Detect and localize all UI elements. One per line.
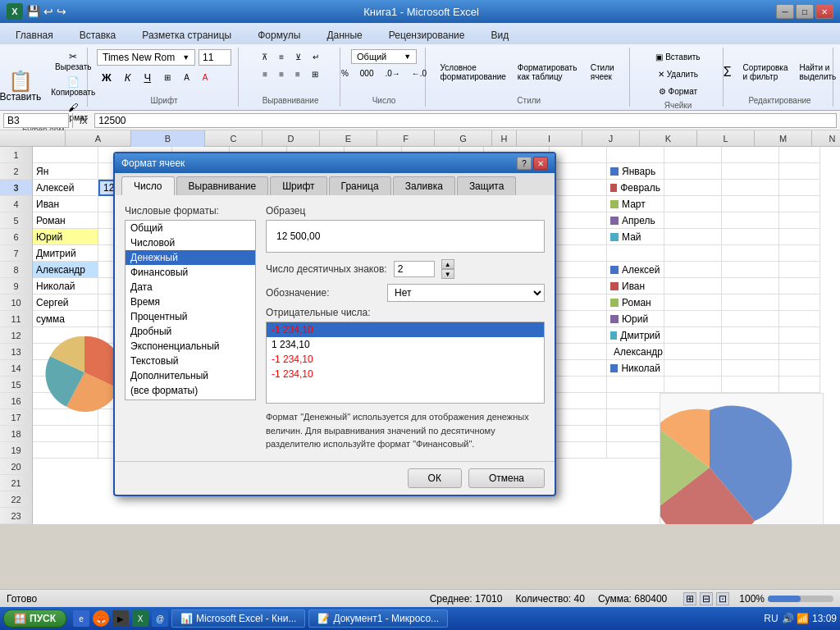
sum-button[interactable]: Σ [719, 62, 737, 83]
bold-button[interactable]: Ж [97, 68, 116, 87]
neg-item-2[interactable]: 1 234,10 [267, 337, 544, 352]
cell-m4[interactable] [722, 196, 779, 212]
cell-n4[interactable] [779, 196, 820, 212]
cell-j6[interactable] [550, 229, 607, 245]
col-header-k[interactable]: K [640, 130, 697, 147]
cell-j1[interactable] [550, 147, 607, 163]
format-exponential[interactable]: Экспоненциальный [126, 339, 255, 354]
format-time[interactable]: Время [126, 294, 255, 309]
decimals-down-button[interactable]: ▼ [441, 269, 454, 279]
cell-k10[interactable]: Роман [607, 294, 664, 311]
col-header-b[interactable]: B [131, 130, 205, 147]
format-list[interactable]: Общий Числовой Денежный Финансовый Дата … [125, 220, 256, 400]
format-text[interactable]: Текстовый [126, 354, 255, 368]
underline-button[interactable]: Ч [139, 68, 156, 87]
cell-l10[interactable] [664, 294, 722, 311]
format-all[interactable]: (все форматы) [126, 383, 255, 398]
cell-n10[interactable] [779, 294, 820, 311]
cell-n7[interactable] [779, 245, 820, 262]
font-size-selector[interactable]: 11 [199, 49, 231, 66]
cell-j7[interactable] [550, 245, 607, 262]
zoom-bar[interactable] [768, 596, 833, 602]
start-button[interactable]: 🪟 ПУСК [3, 609, 66, 628]
dialog-help-button[interactable]: ? [517, 157, 532, 170]
cell-styles-button[interactable]: Стили ячеек [586, 60, 623, 84]
col-header-g[interactable]: G [435, 130, 492, 147]
format-currency[interactable]: Денежный [126, 250, 255, 265]
cell-j14[interactable] [550, 360, 607, 377]
outlook-icon[interactable]: @ [152, 610, 168, 627]
cell-a9[interactable]: Николай [33, 278, 98, 294]
increase-decimal-button[interactable]: .0→ [381, 66, 405, 81]
cell-l2[interactable] [664, 163, 722, 180]
align-right-button[interactable]: ≡ [290, 66, 305, 82]
cell-l7[interactable] [664, 245, 722, 262]
align-top-button[interactable]: ⊼ [257, 49, 272, 65]
cell-m5[interactable] [722, 212, 779, 229]
designation-select[interactable]: Нет [387, 284, 545, 302]
align-bottom-button[interactable]: ⊻ [290, 49, 306, 65]
minimize-button[interactable]: ─ [776, 4, 794, 19]
cell-n3[interactable] [779, 180, 820, 196]
fill-color-button[interactable]: A [179, 70, 194, 85]
cell-l11[interactable] [664, 311, 722, 327]
conditional-format-button[interactable]: Условное форматирование [436, 60, 511, 84]
insert-button[interactable]: ▣ Вставить [651, 49, 705, 65]
cell-m11[interactable] [722, 311, 779, 327]
dialog-tab-fill[interactable]: Заливка [393, 176, 455, 195]
app-icon[interactable]: ▶ [112, 610, 129, 627]
align-middle-button[interactable]: ≡ [274, 49, 289, 65]
format-additional[interactable]: Дополнительный [126, 368, 255, 383]
cell-l3[interactable] [664, 180, 722, 196]
format-cells-dialog[interactable]: Формат ячеек ? ✕ Число Выравнивание Шриф… [113, 152, 556, 496]
cell-m2[interactable] [722, 163, 779, 180]
format-percent[interactable]: Процентный [126, 309, 255, 324]
cell-k9[interactable]: Иван [607, 278, 664, 294]
cell-j5[interactable] [550, 212, 607, 229]
tab-dannye[interactable]: Данные [314, 25, 374, 44]
cell-m13[interactable] [722, 344, 779, 360]
cell-n14[interactable] [779, 360, 820, 377]
close-button[interactable]: ✕ [815, 4, 833, 19]
format-general[interactable]: Общий [126, 221, 255, 235]
fill-button[interactable]: Сортировкаи фильтр [738, 60, 793, 84]
paste-button[interactable]: 📋 Вставить [0, 68, 46, 106]
decimals-up-button[interactable]: ▲ [441, 259, 454, 269]
cell-a11[interactable]: сумма [33, 311, 98, 327]
cell-j4[interactable] [550, 196, 607, 212]
cell-j12[interactable] [550, 327, 607, 344]
cell-j10[interactable] [550, 294, 607, 311]
cell-j13[interactable] [550, 344, 607, 360]
col-header-m[interactable]: M [755, 130, 812, 147]
cell-k2[interactable]: Январь [607, 163, 664, 180]
dialog-tab-protection[interactable]: Защита [457, 176, 517, 195]
neg-item-4[interactable]: -1 234,10 [267, 367, 544, 381]
cell-m7[interactable] [722, 245, 779, 262]
cell-k8[interactable]: Алексей [607, 262, 664, 278]
format-as-table-button[interactable]: Форматировать как таблицу [513, 60, 584, 84]
cell-m12[interactable] [722, 327, 779, 344]
page-layout-button[interactable]: ⊟ [700, 592, 713, 605]
cell-j9[interactable] [550, 278, 607, 294]
dialog-tab-number[interactable]: Число [121, 176, 175, 195]
cell-k14[interactable]: Николай [607, 360, 664, 377]
cell-l8[interactable] [664, 262, 722, 278]
wrap-text-button[interactable]: ↵ [308, 49, 324, 65]
taskbar-app-excel[interactable]: 📊 Microsoft Excel - Кни... [171, 609, 305, 628]
tab-glavnaya[interactable]: Главная [3, 25, 66, 44]
format-fraction[interactable]: Дробный [126, 324, 255, 339]
cell-m8[interactable] [722, 262, 779, 278]
cell-n8[interactable] [779, 262, 820, 278]
dialog-tab-font[interactable]: Шрифт [270, 176, 326, 195]
tab-recenzirovanie[interactable]: Рецензирование [377, 25, 477, 44]
cell-a6[interactable]: Юрий [33, 229, 98, 245]
col-header-n[interactable]: N [812, 130, 840, 147]
dialog-close-button[interactable]: ✕ [533, 157, 548, 170]
cell-l13[interactable] [664, 344, 722, 360]
col-header-l[interactable]: L [697, 130, 755, 147]
font-name-selector[interactable]: Times New Rom ▼ [97, 49, 195, 66]
ie-icon[interactable]: e [73, 610, 89, 627]
cell-a8[interactable]: Александр [33, 262, 98, 278]
cell-m9[interactable] [722, 278, 779, 294]
cell-a4[interactable]: Иван [33, 196, 98, 212]
